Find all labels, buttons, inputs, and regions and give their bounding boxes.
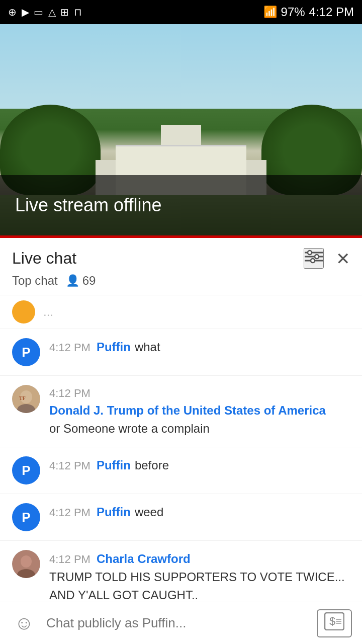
chat-partial-message: ... [0,295,362,329]
message-time: 4:12 PM [49,551,90,568]
message-username: Puffin [97,456,131,474]
svg-text:TF: TF [19,395,26,401]
avatar: P [12,456,40,485]
chat-messages-list: ... P 4:12 PM Puffin what TF 4:12 PM Don… [0,295,362,644]
message-text: weed [135,503,163,521]
message-content: 4:12 PM Charla Crawford TRUMP TOLD HIS S… [49,550,350,604]
avatar: TF [12,385,40,413]
emoji-button[interactable]: ☺ [10,609,38,637]
sky [0,24,362,109]
live-chat-title: Live chat [12,249,76,268]
dollar-icon: $≡ [324,612,344,634]
partial-text: ... [43,305,53,319]
offline-text: Live stream offline [15,195,161,216]
time-display: 4:12 PM [309,5,354,19]
header-actions: ✕ [304,248,350,269]
video-player[interactable]: Live stream offline [0,24,362,235]
chat-input[interactable] [46,615,309,631]
filter-button[interactable] [304,248,324,269]
message-time: 4:12 PM [49,504,90,521]
top-chat-label[interactable]: Top chat [12,274,58,288]
offline-overlay: Live stream offline [0,175,362,235]
avatar: P [12,503,40,531]
message-text: TRUMP TOLD HIS SUPPORTERS TO VOTE TWICE.… [49,568,350,604]
table-row: TF 4:12 PM Donald J. Trump of the United… [0,376,362,447]
table-row: P 4:12 PM Puffin weed [0,494,362,541]
svg-point-3 [308,251,312,255]
avatar: P [12,338,40,366]
battery-level: 97% [281,5,305,19]
chat-input-bar: ☺ $≡ [0,602,362,644]
avatar [12,550,40,578]
table-row: P 4:12 PM Puffin what [0,329,362,376]
message-username: Donald J. Trump of the United States of … [49,401,326,420]
message-content: 4:12 PM Donald J. Trump of the United St… [49,385,350,438]
status-info-right: 📶 97% 4:12 PM [263,5,354,19]
svg-text:$≡: $≡ [329,615,342,627]
status-bar: ⊕ ▶ ▭ △ ⊞ ⊓ 📶 97% 4:12 PM [0,0,362,24]
table-row: P 4:12 PM Puffin before [0,447,362,494]
svg-point-11 [21,555,32,568]
message-time: 4:12 PM [49,339,90,356]
message-content: 4:12 PM Puffin before [49,456,350,474]
svg-point-5 [311,259,315,263]
message-text: what [135,338,160,356]
viewer-count: 👤 69 [66,274,96,288]
message-username: Puffin [97,338,131,356]
chat-header: Live chat ✕ Top chat 👤 69 [0,238,362,295]
svg-point-4 [315,255,319,259]
chat-header-row2: Top chat 👤 69 [12,274,350,295]
status-icons-left: ⊕ ▶ ▭ △ ⊞ ⊓ [8,6,83,18]
viewer-icon: 👤 [66,274,79,287]
message-time: 4:12 PM [49,457,90,474]
message-text: or Someone wrote a complain [49,420,210,438]
message-content: 4:12 PM Puffin weed [49,503,350,521]
notification-icons: ⊕ ▶ ▭ △ ⊞ ⊓ [8,6,83,18]
partial-avatar [12,300,35,324]
message-username: Charla Crawford [97,550,191,568]
viewer-count-number: 69 [82,274,96,288]
wifi-icon: 📶 [263,6,277,19]
chat-header-row1: Live chat ✕ [12,248,350,269]
message-username: Puffin [97,503,131,521]
message-time: 4:12 PM [49,385,90,401]
close-button[interactable]: ✕ [336,249,350,269]
message-text: before [135,456,169,474]
super-chat-button[interactable]: $≡ [317,609,352,637]
message-content: 4:12 PM Puffin what [49,338,350,356]
